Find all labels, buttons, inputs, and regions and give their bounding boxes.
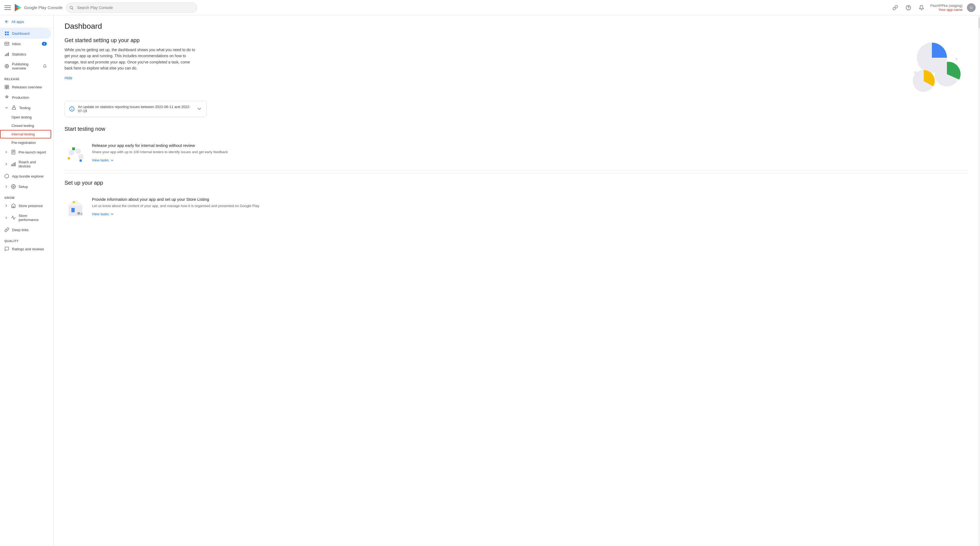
link-icon — [892, 5, 898, 10]
svg-point-48 — [77, 212, 80, 215]
internal-testing-body: Release your app early for internal test… — [92, 143, 967, 162]
publishing-overview-label: Publishing overview — [12, 62, 39, 70]
sidebar-sub-pre-registration[interactable]: Pre-registration — [0, 138, 51, 147]
sidebar-item-pre-launch[interactable]: Pre-launch report — [0, 147, 51, 157]
app-label: Your app name — [939, 8, 963, 12]
inbox-icon — [5, 41, 9, 46]
svg-point-49 — [80, 213, 83, 215]
store-performance-expand — [5, 216, 8, 220]
svg-rect-44 — [72, 208, 75, 212]
testing-icon — [11, 105, 16, 110]
sidebar-item-testing[interactable]: Testing — [0, 103, 51, 113]
svg-rect-18 — [5, 85, 6, 87]
google-play-icon — [14, 3, 22, 12]
inbox-label: Inbox — [12, 42, 21, 46]
svg-rect-19 — [7, 85, 9, 87]
sidebar-item-releases-overview[interactable]: Releases overview — [0, 82, 51, 92]
grow-section-label: Grow — [0, 192, 53, 201]
svg-rect-13 — [5, 55, 6, 56]
topbar: Google Play Console — [0, 0, 980, 15]
svg-rect-12 — [5, 42, 9, 45]
view-tasks-link-testing[interactable]: View tasks — [92, 158, 967, 162]
start-testing-title: Start testing now — [65, 126, 967, 132]
sidebar-item-dashboard[interactable]: Dashboard — [0, 28, 51, 38]
search-input[interactable] — [66, 2, 197, 13]
logo-text: Google Play Console — [24, 5, 63, 10]
help-icon-button[interactable] — [904, 3, 913, 12]
sidebar-item-store-performance[interactable]: Store performance — [0, 211, 51, 224]
sidebar-sub-closed-testing[interactable]: Closed testing — [0, 121, 51, 130]
svg-rect-8 — [5, 32, 6, 33]
app-bundle-label: App bundle explorer — [12, 174, 44, 178]
svg-point-37 — [68, 150, 74, 155]
banner-chevron-icon[interactable] — [197, 106, 202, 111]
svg-point-17 — [6, 66, 8, 67]
sidebar-item-setup[interactable]: Setup — [0, 181, 51, 192]
sidebar-item-publishing-overview[interactable]: Publishing overview — [0, 59, 51, 73]
svg-rect-20 — [5, 87, 6, 89]
testing-card-icon — [65, 143, 86, 165]
hero-illustration — [902, 37, 967, 92]
gear-icon — [11, 184, 16, 189]
inbox-badge: 4 — [42, 42, 47, 46]
scrollbar-track[interactable] — [978, 15, 980, 546]
main-content: Dashboard Get started setting up your ap… — [54, 15, 978, 546]
svg-rect-27 — [13, 206, 14, 208]
hero-text: Get started setting up your app While yo… — [65, 37, 891, 80]
help-icon — [905, 5, 911, 10]
reach-devices-label: Reach and devices — [19, 160, 47, 168]
store-listing-icon — [65, 197, 86, 219]
svg-rect-41 — [68, 157, 70, 159]
sidebar-item-inbox[interactable]: Inbox 4 — [0, 38, 51, 49]
statistics-label: Statistics — [12, 52, 26, 56]
ratings-icon — [5, 247, 9, 252]
hide-link[interactable]: Hide — [65, 76, 72, 80]
chevron-down-icon — [5, 106, 9, 110]
svg-rect-43 — [68, 205, 82, 216]
svg-point-36 — [72, 108, 72, 108]
internal-testing-card: Release your app early for internal test… — [65, 138, 967, 171]
sidebar-item-ratings-reviews[interactable]: Ratings and reviews — [0, 244, 51, 254]
production-icon — [5, 95, 9, 100]
performance-icon — [11, 215, 16, 220]
store-listing-body: Provide information about your app and s… — [92, 197, 967, 216]
expand-icon — [5, 162, 8, 166]
hamburger-button[interactable] — [5, 5, 11, 11]
pre-registration-label: Pre-registration — [11, 141, 36, 145]
svg-rect-40 — [72, 148, 75, 150]
svg-point-38 — [75, 148, 81, 154]
svg-rect-9 — [7, 32, 9, 33]
sidebar-item-store-presence[interactable]: Store presence — [0, 201, 51, 211]
svg-rect-45 — [76, 208, 80, 216]
back-to-all-apps[interactable]: All apps — [0, 15, 53, 28]
svg-rect-15 — [8, 53, 9, 56]
view-tasks-link-setup[interactable]: View tasks — [92, 212, 967, 216]
sidebar-item-statistics[interactable]: Statistics — [0, 49, 51, 59]
back-arrow-icon — [5, 19, 9, 24]
sidebar: All apps Dashboard Inbox 4 — [0, 15, 54, 546]
sidebar-item-deep-links[interactable]: Deep links — [0, 224, 51, 235]
svg-rect-11 — [7, 34, 9, 35]
sidebar-sub-internal-testing[interactable]: Internal testing — [0, 130, 51, 138]
svg-rect-14 — [6, 54, 7, 56]
statistics-icon — [5, 52, 9, 57]
topbar-right: FiszAPPka (staging) Your app name U — [891, 3, 975, 12]
sidebar-item-reach-devices[interactable]: Reach and devices — [0, 157, 51, 171]
sidebar-sub-open-testing[interactable]: Open testing — [0, 113, 51, 121]
releases-icon — [5, 84, 9, 89]
scrollbar-thumb[interactable] — [978, 18, 980, 29]
svg-line-5 — [72, 8, 73, 10]
bell-icon — [919, 5, 924, 10]
store-icon — [11, 203, 16, 208]
svg-rect-47 — [73, 201, 75, 203]
svg-rect-25 — [15, 162, 16, 166]
sidebar-item-production[interactable]: Production — [0, 92, 51, 103]
sidebar-item-app-bundle[interactable]: App bundle explorer — [0, 171, 51, 181]
notification-icon-button[interactable] — [917, 3, 926, 12]
production-label: Production — [12, 96, 29, 100]
publishing-icon — [5, 64, 9, 68]
statistics-banner[interactable]: An update on statistics reporting issues… — [65, 101, 207, 117]
avatar[interactable]: U — [967, 3, 975, 12]
setup-app-title: Set up your app — [65, 180, 967, 186]
link-icon-button[interactable] — [891, 3, 900, 12]
